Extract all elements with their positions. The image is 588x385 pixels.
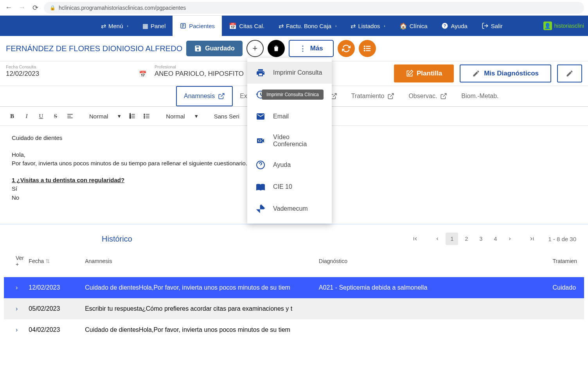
strike-button[interactable]: S (49, 110, 62, 122)
cell-trat: Cuidado (549, 277, 584, 298)
print-icon (256, 68, 265, 77)
reload-button[interactable]: ⟳ (31, 3, 40, 13)
cell-anam: Escribir tu respuesta¿Cómo prefieres aco… (82, 298, 316, 319)
list-icon (363, 44, 372, 53)
cell-anam: Cuidado de dientesHola,Por favor, invier… (82, 319, 316, 340)
nav-pacientes[interactable]: Pacientes (173, 16, 222, 36)
underline-button[interactable]: U (35, 110, 47, 122)
col-anamnesis[interactable]: Anamnesis (82, 251, 316, 277)
expand-icon[interactable]: › (4, 298, 25, 319)
svg-point-22 (144, 116, 145, 116)
list-button[interactable] (359, 40, 376, 57)
next-page-button[interactable] (503, 233, 516, 245)
dd-imprimir[interactable]: Imprimir Consulta (247, 62, 332, 84)
save-icon (194, 45, 202, 52)
col-diagnostico[interactable]: Diagnóstico (316, 251, 550, 277)
first-page-button[interactable] (409, 233, 421, 245)
dd-cie10[interactable]: CIE 10 (247, 176, 332, 198)
font-dropdown[interactable]: Sans Seri (211, 113, 246, 120)
page-1[interactable]: 1 (446, 233, 458, 245)
delete-button[interactable] (268, 40, 285, 57)
forward-button[interactable]: → (17, 3, 27, 13)
dd-vademecum[interactable]: Vademecum (247, 198, 332, 220)
svg-point-8 (364, 50, 365, 51)
nav-menu[interactable]: ⇄ Menú› (94, 16, 135, 36)
more-button[interactable]: ⋮ Más (289, 40, 334, 57)
date-field[interactable]: Fecha Consulta 12/02/2023 📅 (6, 64, 147, 82)
video-icon (256, 136, 265, 145)
nav-clinica[interactable]: 🏠 Clínica (392, 16, 435, 36)
help-icon: ? (441, 22, 448, 29)
nav-citas[interactable]: 📅 Citas Cal. (222, 16, 272, 36)
refresh-icon (342, 44, 351, 53)
prev-page-button[interactable] (431, 233, 444, 245)
ol-icon: 123 (129, 113, 136, 120)
cell-trat (549, 298, 584, 319)
paginator: 1 2 3 4 1 - 8 de 30 (409, 233, 576, 245)
expand-icon[interactable]: › (4, 277, 25, 298)
table-row[interactable]: › 12/02/2023 Cuidado de dientesHola,Por … (4, 277, 584, 298)
col-fecha[interactable]: Fecha ⇅ (25, 251, 82, 277)
page-2[interactable]: 2 (460, 233, 473, 245)
last-page-button[interactable] (526, 233, 538, 245)
heading-dropdown[interactable]: Normal▾ (86, 113, 124, 120)
plantilla-button[interactable]: Plantilla (394, 64, 454, 82)
prof-value: ANEO PARIOLO, HIPOSFITO (155, 70, 244, 78)
dd-video[interactable]: Vídeo Conferencia (247, 127, 332, 154)
tab-tratamiento[interactable]: Tratamiento (344, 86, 402, 106)
add-button[interactable]: + (246, 40, 264, 57)
unordered-list-button[interactable] (140, 110, 153, 122)
nav-user[interactable]: 👤 historiasclini (539, 16, 588, 36)
save-button[interactable]: Guardado (186, 41, 243, 56)
home-icon: 🏠 (399, 22, 407, 30)
pencil-icon (472, 70, 480, 77)
ordered-list-button[interactable]: 123 (126, 110, 138, 122)
date-value: 12/02/2023 (6, 70, 39, 78)
bold-button[interactable]: B (6, 110, 18, 122)
col-tratamiento[interactable]: Tratamien (549, 251, 584, 277)
history-title: Histórico (102, 235, 132, 244)
calendar-icon: 📅 (229, 22, 237, 30)
nav-listados[interactable]: ⇄ Listados› (343, 16, 392, 36)
edit-button[interactable] (557, 64, 582, 82)
url-bar[interactable]: 🔒 hclinicas.programahistoriasclinicas.co… (44, 2, 584, 14)
svg-point-21 (144, 114, 145, 115)
page-4[interactable]: 4 (489, 233, 502, 245)
table-row[interactable]: › 05/02/2023 Escribir tu respuesta¿Cómo … (4, 298, 584, 319)
trash-icon (272, 45, 280, 52)
nav-factu[interactable]: ⇄ Factu. Bono Caja› (272, 16, 343, 36)
dd-email[interactable]: Email (247, 106, 332, 127)
col-ver[interactable]: Ver + (4, 251, 25, 277)
nav-panel[interactable]: ▦ Panel (135, 16, 173, 36)
template-icon (406, 70, 414, 77)
nav-salir[interactable]: Salir (475, 16, 510, 36)
cell-fecha: 04/02/2023 (25, 319, 82, 340)
svg-point-7 (364, 48, 365, 49)
nav-ayuda[interactable]: ? Ayuda (434, 16, 474, 36)
size-dropdown[interactable]: Normal▾ (163, 113, 201, 120)
first-icon (412, 236, 418, 242)
email-icon (256, 112, 265, 121)
diagnosticos-button[interactable]: Mis Diagnósticos (460, 64, 551, 82)
italic-button[interactable]: I (20, 110, 33, 122)
cell-diag: A021 - Septicemia debida a salmonella (316, 277, 550, 298)
cell-diag (316, 298, 550, 319)
back-button[interactable]: ← (4, 3, 13, 13)
expand-icon[interactable]: › (4, 319, 25, 340)
history-table: Ver + Fecha ⇅ Anamnesis Diagnóstico Trat… (4, 251, 584, 340)
folder-icon (180, 22, 187, 29)
align-icon (67, 113, 74, 120)
open-icon (387, 93, 394, 100)
refresh-button[interactable] (338, 40, 355, 57)
top-nav: ⇄ Menú› ▦ Panel Pacientes 📅 Citas Cal. ⇄… (0, 16, 588, 36)
align-button[interactable] (64, 110, 76, 122)
tab-observac[interactable]: Observac. (401, 86, 454, 106)
tab-biom[interactable]: Biom.-Metab. (454, 86, 505, 106)
calendar-icon[interactable]: 📅 (139, 70, 147, 78)
tab-anamnesis[interactable]: Anamnesis (176, 86, 233, 106)
page-3[interactable]: 3 (475, 233, 487, 245)
tooltip: Imprimir Consulta Clínica (262, 90, 324, 100)
table-row[interactable]: › 04/02/2023 Cuidado de dientesHola,Por … (4, 319, 584, 340)
dd-ayuda[interactable]: Ayuda (247, 154, 332, 176)
menu-icon: ⇄ (101, 22, 106, 30)
